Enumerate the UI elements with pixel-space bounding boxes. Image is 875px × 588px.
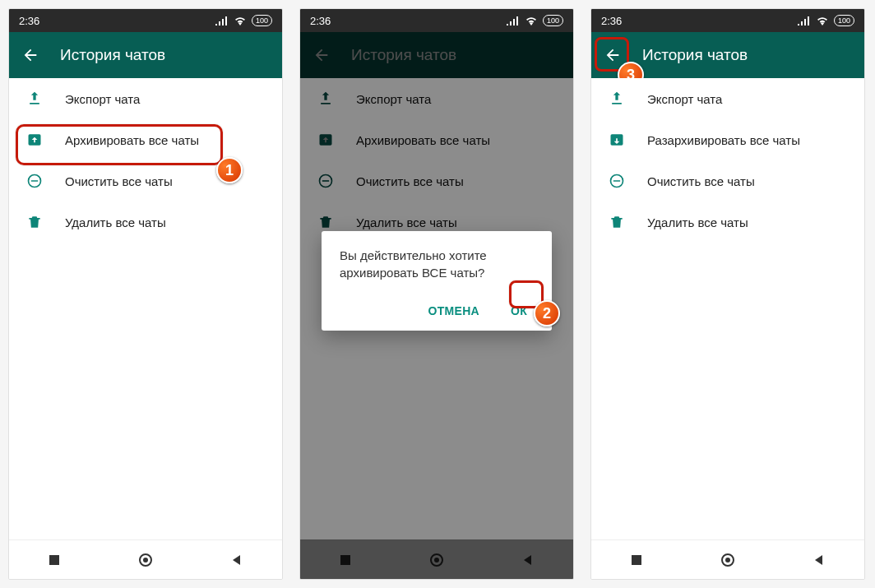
- clear-all-item[interactable]: Очистить все чаты: [591, 160, 864, 201]
- recents-button[interactable]: [627, 550, 646, 570]
- archive-icon: [25, 131, 44, 149]
- clock: 2:36: [310, 15, 331, 27]
- archive-all-item[interactable]: Архивировать все чаты: [9, 119, 282, 160]
- svg-rect-15: [632, 555, 641, 565]
- page-title: История чатов: [60, 46, 165, 64]
- page-title: История чатов: [642, 46, 748, 64]
- app-bar: История чатов 3: [591, 32, 864, 78]
- signal-icon: [798, 16, 811, 25]
- trash-icon: [608, 213, 626, 231]
- wifi-icon: [234, 16, 247, 25]
- screen-1: 2:36 100 История чатов Экспорт чата Архи…: [8, 8, 283, 580]
- arrow-left-icon: [21, 46, 39, 64]
- unarchive-all-item[interactable]: Разархивировать все чаты: [591, 119, 864, 160]
- signal-icon: [215, 16, 229, 25]
- svg-point-5: [143, 558, 148, 563]
- unarchive-icon: [608, 131, 626, 149]
- dialog-message: Вы действительно хотите архивировать ВСЕ…: [340, 248, 534, 281]
- status-icons: 100: [215, 15, 272, 26]
- status-icons: 100: [798, 15, 854, 26]
- status-bar: 2:36 100: [9, 9, 282, 32]
- status-icons: 100: [507, 15, 563, 26]
- export-icon: [608, 90, 626, 108]
- export-icon: [25, 90, 44, 108]
- recents-button[interactable]: [44, 550, 64, 570]
- menu-label: Очистить все чаты: [65, 174, 173, 188]
- status-bar: 2:36 100: [300, 9, 573, 32]
- android-nav-bar: [591, 539, 864, 579]
- signal-icon: [507, 16, 520, 25]
- menu-label: Удалить все чаты: [647, 215, 748, 229]
- menu-label: Разархивировать все чаты: [647, 133, 800, 147]
- ok-button[interactable]: ОК: [504, 299, 534, 322]
- app-bar: История чатов: [9, 32, 282, 78]
- clear-all-item[interactable]: Очистить все чаты: [9, 160, 282, 201]
- battery-icon: 100: [543, 15, 563, 26]
- screen-3: 2:36 100 История чатов 3 Экспорт чата Ра…: [590, 8, 865, 580]
- dialog-actions: ОТМЕНА ОК: [340, 299, 534, 322]
- screen-2: 2:36 100 История чатов Экспорт чата Архи…: [299, 8, 574, 580]
- wifi-icon: [525, 16, 538, 25]
- arrow-left-icon: [604, 46, 622, 64]
- clock: 2:36: [19, 15, 39, 27]
- wifi-icon: [816, 16, 829, 25]
- confirm-dialog: Вы действительно хотите архивировать ВСЕ…: [322, 231, 552, 331]
- clear-icon: [608, 172, 626, 190]
- menu-label: Архивировать все чаты: [65, 133, 199, 147]
- svg-point-17: [725, 558, 730, 563]
- home-button[interactable]: [136, 550, 155, 570]
- android-nav-bar: [9, 539, 282, 579]
- clock: 2:36: [601, 15, 622, 27]
- menu-label: Удалить все чаты: [65, 215, 166, 229]
- delete-all-item[interactable]: Удалить все чаты: [9, 201, 282, 243]
- delete-all-item[interactable]: Удалить все чаты: [591, 201, 864, 243]
- svg-rect-3: [49, 555, 59, 565]
- cancel-button[interactable]: ОТМЕНА: [421, 299, 485, 322]
- step-badge-2: 2: [534, 300, 560, 326]
- menu-label: Экспорт чата: [647, 92, 722, 106]
- clear-icon: [25, 172, 44, 190]
- export-chat-item[interactable]: Экспорт чата: [9, 78, 282, 119]
- status-bar: 2:36 100: [591, 9, 864, 32]
- settings-list: Экспорт чата Разархивировать все чаты Оч…: [591, 78, 864, 539]
- modal-scrim[interactable]: Вы действительно хотите архивировать ВСЕ…: [300, 32, 573, 579]
- menu-label: Экспорт чата: [65, 92, 140, 106]
- back-nav-button[interactable]: [227, 550, 247, 570]
- battery-icon: 100: [834, 15, 854, 26]
- settings-list: Экспорт чата Архивировать все чаты Очист…: [9, 78, 282, 539]
- back-nav-button[interactable]: [809, 550, 829, 570]
- back-button[interactable]: [21, 45, 40, 65]
- menu-label: Очистить все чаты: [647, 174, 755, 188]
- back-button[interactable]: [603, 45, 623, 65]
- battery-icon: 100: [252, 15, 272, 26]
- trash-icon: [25, 213, 44, 231]
- export-chat-item[interactable]: Экспорт чата: [591, 78, 864, 119]
- home-button[interactable]: [718, 550, 738, 570]
